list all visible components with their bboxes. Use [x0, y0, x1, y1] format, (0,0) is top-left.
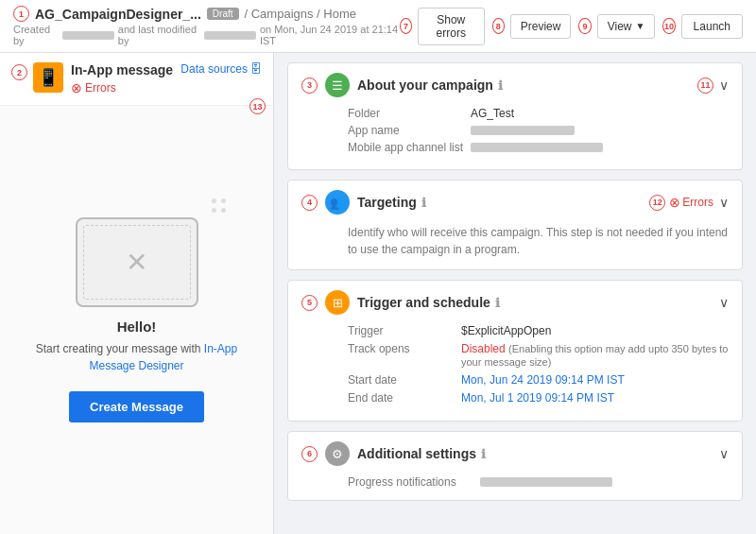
- show-errors-button[interactable]: Show errors: [418, 8, 484, 45]
- circle-13: 13: [249, 98, 266, 114]
- targeting-desc: Identify who will receive this campaign.…: [288, 224, 742, 269]
- additional-body: Progress notifications: [288, 475, 742, 500]
- trigger-icon: ⊞: [325, 290, 350, 315]
- end-date-value: Mon, Jul 1 2019 09:14 PM IST: [461, 391, 614, 405]
- about-body: Folder AG_Test App name Mobile app chann…: [288, 107, 742, 169]
- header-actions: 7 Show errors 8 Preview 9 View▼ 10 Launc…: [400, 8, 743, 45]
- progress-value: [480, 477, 612, 487]
- additional-chevron: ∨: [719, 446, 729, 461]
- circle-9: 9: [578, 18, 591, 34]
- hello-text: Hello!: [117, 319, 157, 335]
- trigger-section: 5 ⊞ Trigger and schedule ℹ ∨ Trigger $Ex…: [287, 280, 743, 422]
- about-chevron: ∨: [719, 78, 729, 93]
- app-name-label: App name: [348, 124, 471, 137]
- circle-8: 8: [492, 18, 505, 34]
- left-panel-header: 2 📱 In-App message ⊗ Errors Data sources…: [0, 53, 273, 106]
- targeting-section: 4 👥 Targeting ℹ 12 ⊗ Errors ∨ Identify w…: [287, 180, 743, 270]
- circle-5: 5: [301, 295, 318, 311]
- additional-title: Additional settings ℹ: [357, 446, 719, 461]
- about-title: About your campaign ℹ: [357, 78, 697, 93]
- circle-6: 6: [301, 446, 318, 462]
- circle-12: 12: [649, 195, 665, 211]
- screen-mockup: ✕: [76, 217, 198, 307]
- targeting-chevron: ∨: [719, 195, 729, 210]
- view-button[interactable]: View▼: [597, 14, 656, 39]
- trigger-label: Trigger: [348, 324, 461, 337]
- data-sources[interactable]: Data sources 🗄: [180, 62, 262, 76]
- targeting-error-icon: ⊗: [669, 195, 680, 210]
- circle-10: 10: [662, 18, 675, 34]
- dot3: [212, 208, 216, 213]
- track-opens-label: Track opens: [348, 342, 461, 355]
- about-info-icon: ℹ: [498, 78, 503, 93]
- create-message-button[interactable]: Create Message: [69, 391, 204, 422]
- designer-link[interactable]: In-App Message Designer: [89, 342, 237, 372]
- circle-4: 4: [301, 195, 318, 211]
- dot2: [221, 198, 226, 203]
- circle-2: 2: [11, 64, 27, 80]
- header-title: AG_CampaignDesigner_...: [35, 7, 201, 22]
- launch-button[interactable]: Launch: [681, 14, 743, 39]
- trigger-info-icon: ℹ: [495, 296, 500, 310]
- trigger-value: $ExplicitAppOpen: [461, 324, 551, 337]
- about-section-icon: ☰: [325, 73, 350, 97]
- preview-button[interactable]: Preview: [510, 14, 572, 39]
- error-badge: ⊗ Errors: [71, 80, 173, 95]
- trigger-chevron: ∨: [719, 295, 729, 310]
- user2-blurred: [204, 31, 256, 40]
- user1-blurred: [62, 31, 114, 40]
- dashed-frame: [83, 225, 191, 300]
- additional-header[interactable]: 6 ⚙ Additional settings ℹ ∨: [288, 432, 742, 475]
- targeting-error-badge: ⊗ Errors: [669, 195, 713, 210]
- folder-label: Folder: [348, 107, 471, 120]
- track-opens-value: Disabled (Enabling this option may add u…: [461, 342, 729, 369]
- database-icon: 🗄: [250, 62, 262, 76]
- about-section: 3 ☰ About your campaign ℹ 11 ∨ Folder AG…: [287, 62, 743, 170]
- trigger-title: Trigger and schedule ℹ: [357, 295, 719, 310]
- sub-text: Start creating your message with In-App …: [19, 340, 254, 374]
- dot1: [212, 198, 216, 203]
- progress-label: Progress notifications: [348, 475, 480, 489]
- header-subtitle: Created by and last modified by on Mon, …: [13, 24, 400, 46]
- additional-section: 6 ⚙ Additional settings ℹ ∨ Progress not…: [287, 431, 743, 501]
- about-header[interactable]: 3 ☰ About your campaign ℹ 11 ∨: [288, 63, 742, 107]
- end-date-label: End date: [348, 391, 461, 405]
- targeting-icon: 👥: [325, 190, 350, 215]
- mobile-label: Mobile app channel list: [348, 141, 471, 154]
- inapp-icon: 📱: [33, 62, 63, 93]
- mobile-value: [471, 143, 603, 152]
- targeting-title: Targeting ℹ: [357, 195, 649, 210]
- circle-7: 7: [400, 18, 412, 34]
- circle-1: 1: [13, 6, 29, 22]
- additional-info-icon: ℹ: [481, 447, 486, 461]
- left-panel: 2 📱 In-App message ⊗ Errors Data sources…: [0, 53, 274, 534]
- targeting-info-icon: ℹ: [421, 196, 426, 210]
- folder-value: AG_Test: [471, 107, 514, 120]
- header-left: 1 AG_CampaignDesigner_... Draft / Campai…: [13, 6, 400, 46]
- dot4: [221, 208, 226, 213]
- start-date-value: Mon, Jun 24 2019 09:14 PM IST: [461, 373, 625, 387]
- start-date-label: Start date: [348, 373, 461, 387]
- trigger-body: Trigger $ExplicitAppOpen Track opens Dis…: [288, 324, 742, 421]
- additional-icon: ⚙: [325, 441, 350, 466]
- right-panel: 3 ☰ About your campaign ℹ 11 ∨ Folder AG…: [274, 53, 756, 534]
- left-panel-title: In-App message: [71, 62, 173, 78]
- app-name-value: [471, 126, 575, 135]
- preview-area: ✕ Hello! Start creating your message wit…: [0, 106, 273, 534]
- breadcrumb: / Campaigns / Home: [245, 7, 357, 21]
- draft-badge: Draft: [207, 8, 239, 20]
- trigger-header[interactable]: 5 ⊞ Trigger and schedule ℹ ∨: [288, 281, 742, 324]
- header: 1 AG_CampaignDesigner_... Draft / Campai…: [0, 0, 756, 53]
- circle-3: 3: [301, 78, 318, 94]
- circle-11: 11: [697, 78, 713, 94]
- error-x-icon: ⊗: [71, 80, 82, 95]
- main-layout: 2 📱 In-App message ⊗ Errors Data sources…: [0, 53, 756, 534]
- targeting-header[interactable]: 4 👥 Targeting ℹ 12 ⊗ Errors ∨: [288, 181, 742, 224]
